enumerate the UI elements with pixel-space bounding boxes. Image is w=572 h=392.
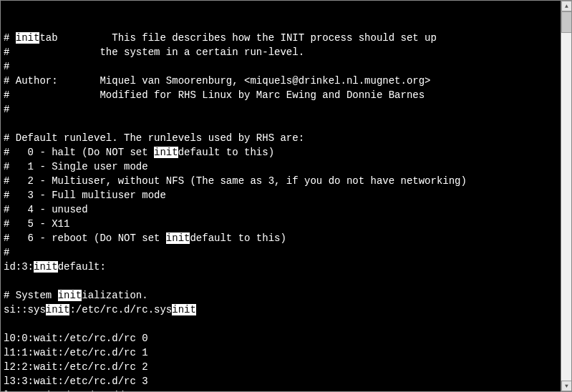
file-line: l4:4:wait:/etc/rc.d/rc 4 <box>4 388 559 391</box>
text-segment: l2:2:wait:/etc/rc.d/rc 2 <box>4 361 148 373</box>
text-segment: l3:3:wait:/etc/rc.d/rc 3 <box>4 376 148 387</box>
text-segment: :/etc/rc.d/rc.sys <box>69 304 172 315</box>
search-highlight: init <box>58 290 82 301</box>
file-line: # 3 - Full multiuser mode <box>4 188 559 202</box>
text-segment: # 1 - Single user mode <box>4 161 148 172</box>
file-line: # inittab This file describes how the IN… <box>4 31 559 45</box>
text-segment: l4:4:wait:/etc/rc.d/rc 4 <box>4 390 148 391</box>
search-highlight: init <box>46 304 70 315</box>
text-segment: default to this) <box>178 147 274 158</box>
file-line: # System initialization. <box>4 288 559 303</box>
search-highlight: init <box>16 32 40 44</box>
scroll-down-arrow-icon[interactable]: ▼ <box>561 381 572 391</box>
file-line: l0:0:wait:/etc/rc.d/rc 0 <box>4 331 559 346</box>
file-line <box>4 274 559 288</box>
text-segment: si::sys <box>4 304 46 315</box>
text-segment: ialization. <box>82 290 147 301</box>
text-segment: # System <box>4 290 58 301</box>
file-line: # 2 - Multiuser, without NFS (The same a… <box>4 174 559 188</box>
file-line: # <box>4 245 559 260</box>
text-segment: # <box>4 32 16 44</box>
file-line: # 1 - Single user mode <box>4 160 559 174</box>
text-segment: id:3: <box>4 261 34 273</box>
file-line: # Author: Miquel van Smoorenburg, <mique… <box>4 74 559 88</box>
file-content: # inittab This file describes how the IN… <box>4 31 559 391</box>
file-line: id:3:initdefault: <box>4 260 559 274</box>
text-segment: l0:0:wait:/etc/rc.d/rc 0 <box>4 333 148 344</box>
text-segment: # 4 - unused <box>4 204 88 215</box>
text-segment: # 6 - reboot (Do NOT set <box>4 232 166 244</box>
text-segment: default: <box>58 261 106 273</box>
search-highlight: init <box>34 261 58 273</box>
text-segment: default to this) <box>190 232 286 244</box>
text-segment: # Modified for RHS Linux by Marc Ewing a… <box>4 89 425 101</box>
text-segment: # 3 - Full multiuser mode <box>4 190 166 201</box>
text-segment: # 5 - X11 <box>4 218 69 230</box>
search-highlight: init <box>154 147 178 158</box>
file-line: # 0 - halt (Do NOT set initdefault to th… <box>4 145 559 160</box>
file-line: l1:1:wait:/etc/rc.d/rc 1 <box>4 346 559 360</box>
text-segment: # <box>4 104 9 115</box>
text-segment: # <box>4 247 9 258</box>
search-highlight: init <box>172 304 196 315</box>
file-line: # Default runlevel. The runlevels used b… <box>4 131 559 145</box>
text-segment: # <box>4 61 9 72</box>
file-line <box>4 117 559 131</box>
terminal-viewport[interactable]: # inittab This file describes how the IN… <box>1 1 562 391</box>
file-line: si::sysinit:/etc/rc.d/rc.sysinit <box>4 303 559 317</box>
text-segment: # Default runlevel. The runlevels used b… <box>4 132 304 144</box>
file-line: # the system in a certain run-level. <box>4 45 559 59</box>
text-segment: # 0 - halt (Do NOT set <box>4 147 154 158</box>
scroll-up-arrow-icon[interactable]: ▲ <box>561 1 572 11</box>
text-segment: # 2 - Multiuser, without NFS (The same a… <box>4 175 467 187</box>
search-highlight: init <box>166 232 190 244</box>
scrollbar-vertical[interactable]: ▲ ▼ <box>561 1 571 391</box>
file-line: l2:2:wait:/etc/rc.d/rc 2 <box>4 360 559 374</box>
text-segment: # the system in a certain run-level. <box>4 46 304 58</box>
text-segment: tab This file describes how the INIT pro… <box>39 32 437 44</box>
file-line: # <box>4 59 559 74</box>
file-line: # <box>4 102 559 117</box>
file-line: # 5 - X11 <box>4 217 559 231</box>
scrollbar-thumb[interactable] <box>561 11 572 33</box>
file-line: # 4 - unused <box>4 202 559 217</box>
text-segment: l1:1:wait:/etc/rc.d/rc 1 <box>4 347 148 358</box>
file-line: l3:3:wait:/etc/rc.d/rc 3 <box>4 374 559 388</box>
file-line <box>4 317 559 331</box>
text-segment: # Author: Miquel van Smoorenburg, <mique… <box>4 75 431 87</box>
file-line: # 6 - reboot (Do NOT set initdefault to … <box>4 231 559 245</box>
file-line: # Modified for RHS Linux by Marc Ewing a… <box>4 88 559 102</box>
